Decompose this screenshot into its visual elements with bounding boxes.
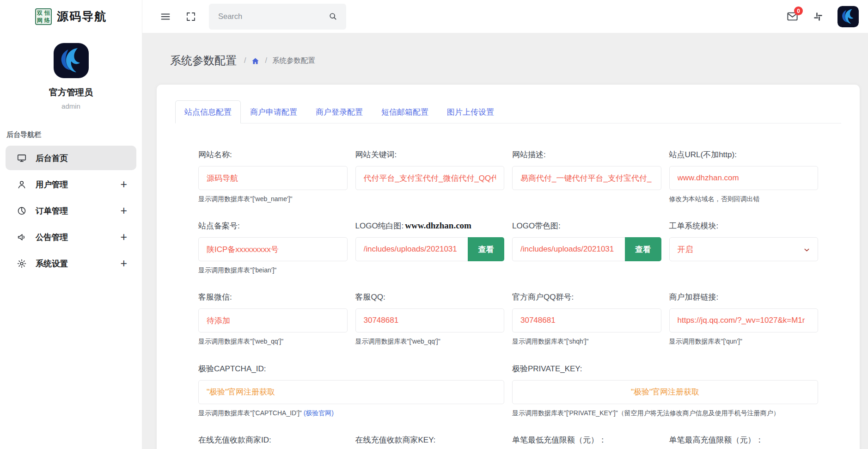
- field-label: 在线充值收款商家ID:: [198, 435, 348, 445]
- breadcrumb-separator: /: [265, 56, 267, 65]
- tab-image-upload[interactable]: 图片上传设置: [438, 100, 503, 123]
- avatar[interactable]: [54, 43, 89, 78]
- group-link-input[interactable]: [669, 308, 819, 332]
- expand-plus-icon[interactable]: +: [120, 258, 127, 269]
- field-logo-white: LOGO纯白图: www.dhzhan.com 查看: [355, 221, 505, 274]
- chevron-down-icon: [803, 246, 811, 254]
- field-keywords: 网站关键词:: [355, 149, 505, 203]
- selected-option: 开启: [678, 244, 693, 255]
- captcha-id-input[interactable]: [198, 380, 504, 404]
- field-label: 极验PRIVATE_KEY:: [512, 363, 818, 374]
- keywords-input[interactable]: [355, 166, 505, 190]
- field-helper: 显示调用数据库表"['shqh']": [512, 337, 661, 345]
- field-recharge-id: 在线充值收款商家ID:: [198, 435, 348, 449]
- ticket-module-select[interactable]: 开启: [669, 237, 819, 261]
- sidebar-item-users[interactable]: 用户管理 +: [6, 172, 136, 197]
- field-group-link: 商户加群链接: 显示调用数据库表"['qun']": [669, 292, 819, 345]
- expand-plus-icon[interactable]: +: [120, 231, 127, 243]
- gear-icon: [17, 258, 27, 269]
- field-helper: 显示调用数据库表"['beian']": [198, 266, 348, 274]
- brand-title: 源码导航: [57, 9, 107, 24]
- hamburger-menu-icon[interactable]: [160, 11, 171, 22]
- site-url-input[interactable]: [669, 166, 819, 190]
- field-label: 官方商户QQ群号:: [512, 292, 661, 302]
- wechat-input[interactable]: [198, 308, 348, 332]
- field-label: 客服QQ:: [355, 292, 505, 302]
- apps-grid-icon[interactable]: [813, 11, 824, 22]
- breadcrumb-current: 系统参数配置: [272, 56, 315, 66]
- tab-merchant-login[interactable]: 商户登录配置: [306, 100, 372, 123]
- topbar-right: 0: [786, 6, 859, 27]
- profile-role: admin: [0, 102, 142, 110]
- field-label: 网站描述:: [512, 149, 661, 160]
- field-site-url: 站点URL(不加http): 修改为本站域名，否则回调出错: [669, 149, 819, 203]
- field-label: 在线充值收款商家KEY:: [355, 435, 505, 445]
- field-description: 网站描述:: [512, 149, 661, 203]
- main-area: 0 系统参数配置 / / 系统参数配置: [142, 0, 868, 449]
- tab-sms-email[interactable]: 短信邮箱配置: [372, 100, 438, 123]
- tab-site-info[interactable]: 站点信息配置: [175, 100, 241, 123]
- sidebar-item-announcements[interactable]: 公告管理 +: [6, 225, 136, 249]
- search-box: [209, 4, 346, 30]
- field-private-key: 极验PRIVATE_KEY: 显示调用数据库表"['PRIVATE_KEY']"…: [512, 363, 818, 417]
- field-beian: 站点备案号: 显示调用数据库表"['beian']": [198, 221, 348, 274]
- field-captcha-id: 极验CAPTCHA_ID: 显示调用数据库表"['CAPTCHA_ID']" (…: [198, 363, 504, 417]
- settings-card: 站点信息配置 商户申请配置 商户登录配置 短信邮箱配置 图片上传设置 网站名称:…: [157, 85, 860, 449]
- geetest-site-link[interactable]: (极验官网): [304, 409, 334, 417]
- sidebar: 双 恒 网 络 源码导航 官方管理员 admin 后台导航栏 后台首页: [0, 0, 142, 449]
- search-input[interactable]: [209, 4, 346, 30]
- field-label: 工单系统模块:: [669, 221, 819, 231]
- brand-logo-icon: 双 恒 网 络: [35, 8, 52, 25]
- site-info-form: 网站名称: 显示调用数据库表"['web_name']" 网站关键词: 网站描述…: [198, 149, 818, 449]
- logo-white-preview: www.dhzhan.com: [405, 221, 471, 231]
- web-name-input[interactable]: [198, 166, 348, 190]
- logo-color-view-button[interactable]: 查看: [625, 237, 661, 261]
- speaker-icon: [17, 232, 27, 242]
- monitor-icon: [17, 153, 27, 163]
- field-helper: 修改为本站域名，否则回调出错: [669, 195, 819, 203]
- qq-input[interactable]: [355, 308, 505, 332]
- search-icon[interactable]: [328, 12, 338, 21]
- qq-group-input[interactable]: [512, 308, 661, 332]
- sidebar-item-orders[interactable]: 订单管理 +: [6, 198, 136, 223]
- sidebar-item-label: 公告管理: [36, 232, 68, 243]
- pie-chart-icon: [17, 206, 27, 216]
- sidebar-item-label: 订单管理: [36, 205, 68, 216]
- profile-block: 官方管理员 admin: [0, 43, 142, 110]
- logo-color-path-input[interactable]: [512, 237, 625, 261]
- private-key-input[interactable]: [512, 380, 818, 404]
- field-logo-color: LOGO带色图: 查看: [512, 221, 661, 274]
- field-label: 单笔最高充值限额（元）：: [669, 435, 819, 445]
- beian-input[interactable]: [198, 237, 348, 261]
- user-avatar[interactable]: [837, 6, 859, 27]
- mail-icon[interactable]: 0: [786, 10, 799, 23]
- sidebar-section-label: 后台导航栏: [6, 130, 142, 139]
- field-min-recharge: 单笔最低充值限额（元）：: [512, 435, 661, 449]
- field-label: LOGO纯白图:: [355, 221, 404, 231]
- field-label: 站点备案号:: [198, 221, 348, 231]
- field-web-name: 网站名称: 显示调用数据库表"['web_name']": [198, 149, 348, 203]
- sidebar-item-dashboard[interactable]: 后台首页: [6, 146, 136, 170]
- expand-plus-icon[interactable]: +: [120, 205, 127, 216]
- sidebar-item-label: 用户管理: [36, 179, 68, 190]
- field-label: LOGO带色图:: [512, 221, 661, 231]
- settings-tabs: 站点信息配置 商户申请配置 商户登录配置 短信邮箱配置 图片上传设置: [175, 100, 841, 123]
- logo-white-path-input[interactable]: [355, 237, 468, 261]
- logo-white-view-button[interactable]: 查看: [468, 237, 504, 261]
- field-helper: 显示调用数据库表"['web_name']": [198, 195, 348, 203]
- field-wechat: 客服微信: 显示调用数据库表"['web_qq']": [198, 292, 348, 345]
- page-header: 系统参数配置 / / 系统参数配置: [157, 53, 860, 68]
- breadcrumb-separator: /: [244, 56, 246, 65]
- field-helper: 显示调用数据库表"['CAPTCHA_ID']" (极验官网): [198, 409, 504, 417]
- field-ticket-module: 工单系统模块: 开启: [669, 221, 819, 274]
- field-max-recharge: 单笔最高充值限额（元）：: [669, 435, 819, 449]
- tab-merchant-apply[interactable]: 商户申请配置: [241, 100, 306, 123]
- sidebar-item-settings[interactable]: 系统设置 +: [6, 251, 136, 276]
- home-icon[interactable]: [251, 57, 260, 66]
- page-title: 系统参数配置: [170, 53, 237, 68]
- expand-plus-icon[interactable]: +: [120, 178, 127, 190]
- description-input[interactable]: [512, 166, 661, 190]
- field-label: 极验CAPTCHA_ID:: [198, 363, 504, 374]
- fullscreen-icon[interactable]: [185, 11, 196, 22]
- brand[interactable]: 双 恒 网 络 源码导航: [0, 0, 142, 33]
